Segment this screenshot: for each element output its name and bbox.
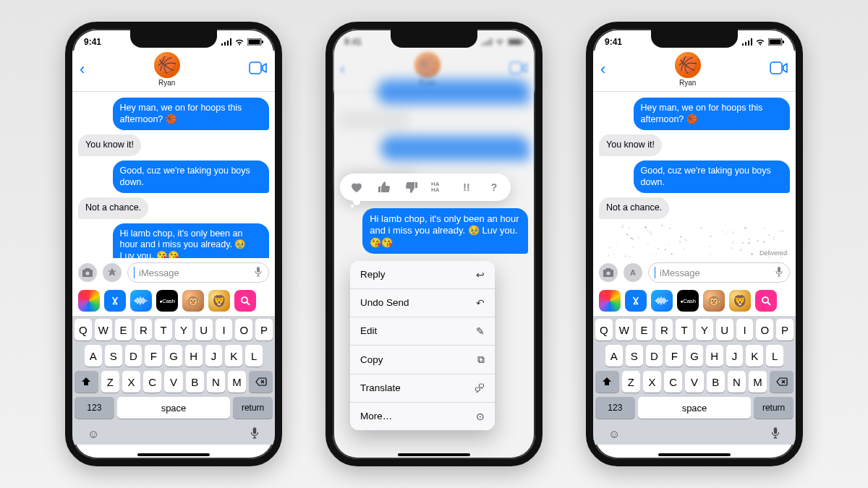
memoji-sticker-app-icon[interactable]: 🦁	[208, 290, 230, 312]
message-sent[interactable]: Good, cuz we're taking you boys down.	[113, 160, 269, 193]
context-menu-more[interactable]: More…⊙	[350, 403, 495, 430]
back-button[interactable]: ‹	[600, 60, 605, 79]
apple-cash-app-icon[interactable]: ●Cash	[677, 290, 699, 312]
tapback-haha-icon[interactable]: HA HA	[431, 179, 447, 195]
app-store-app-icon[interactable]	[104, 290, 126, 312]
message-sent[interactable]: Hi lamb chop, it's only been an hour and…	[113, 223, 269, 258]
app-store-app-icon[interactable]	[625, 290, 647, 312]
key-q[interactable]: Q	[595, 319, 613, 341]
key-h[interactable]: H	[706, 345, 723, 367]
key-shift[interactable]	[75, 371, 98, 393]
key-s[interactable]: S	[105, 345, 122, 367]
key-n[interactable]: N	[728, 371, 746, 393]
key-w[interactable]: W	[95, 319, 112, 341]
key-j[interactable]: J	[726, 345, 744, 367]
key-z[interactable]: Z	[101, 371, 119, 393]
key-c[interactable]: C	[664, 371, 682, 393]
camera-button[interactable]	[599, 263, 618, 282]
key-m[interactable]: M	[228, 371, 246, 393]
context-menu-reply[interactable]: Reply↩︎	[350, 261, 495, 289]
key-j[interactable]: J	[205, 345, 223, 367]
facetime-button[interactable]	[770, 61, 788, 77]
photos-app-icon[interactable]	[599, 290, 621, 312]
message-input[interactable]: iMessage	[127, 262, 269, 283]
message-sent[interactable]: Good, cuz we're taking you boys down.	[634, 160, 790, 193]
context-menu-translate[interactable]: Translate🗪	[350, 374, 495, 403]
key-a[interactable]: A	[85, 345, 102, 367]
home-indicator[interactable]	[658, 453, 731, 456]
key-backspace[interactable]	[770, 371, 793, 393]
emoji-keyboard-button[interactable]: ☺	[88, 428, 99, 441]
contact-button[interactable]: 🏀 Ryan	[675, 52, 701, 87]
camera-button[interactable]	[78, 263, 97, 282]
key-numbers[interactable]: 123	[75, 397, 114, 419]
key-x[interactable]: X	[643, 371, 661, 393]
key-u[interactable]: U	[195, 319, 213, 341]
home-indicator[interactable]	[137, 453, 210, 456]
photos-app-icon[interactable]	[78, 290, 100, 312]
key-return[interactable]: return	[754, 397, 793, 419]
key-d[interactable]: D	[646, 345, 663, 367]
key-r[interactable]: R	[655, 319, 673, 341]
message-thread[interactable]: Hey man, we on for hoops this afternoon?…	[593, 92, 796, 258]
key-p[interactable]: P	[776, 319, 793, 341]
context-menu-edit[interactable]: Edit✎	[350, 317, 495, 346]
memoji-sticker-app-icon[interactable]: 🦁	[729, 290, 751, 312]
audio-messages-app-icon[interactable]	[130, 290, 152, 312]
dictation-keyboard-button[interactable]	[770, 427, 780, 442]
tapback-exclamation-icon[interactable]: !!	[459, 179, 475, 195]
context-menu-undo-send[interactable]: Undo Send↶	[350, 289, 495, 317]
memoji-app-icon[interactable]: 🐵	[182, 290, 204, 312]
key-r[interactable]: R	[135, 319, 152, 341]
key-shift[interactable]	[595, 371, 619, 393]
context-menu-copy[interactable]: Copy⧉	[350, 346, 495, 374]
key-l[interactable]: L	[245, 345, 263, 367]
key-l[interactable]: L	[766, 345, 783, 367]
key-n[interactable]: N	[207, 371, 225, 393]
key-o[interactable]: O	[235, 319, 252, 341]
back-button[interactable]: ‹	[80, 60, 85, 79]
key-c[interactable]: C	[143, 371, 161, 393]
key-space[interactable]: space	[117, 397, 230, 419]
key-b[interactable]: B	[186, 371, 204, 393]
tapback-thumbs-up-icon[interactable]	[376, 179, 392, 195]
key-backspace[interactable]	[249, 371, 273, 393]
emoji-keyboard-button[interactable]: ☺	[608, 428, 620, 441]
audio-messages-app-icon[interactable]	[651, 290, 673, 312]
search-images-app-icon[interactable]	[755, 290, 777, 312]
message-input[interactable]: iMessage	[648, 262, 790, 283]
key-z[interactable]: Z	[622, 371, 640, 393]
message-sent[interactable]: Hey man, we on for hoops this afternoon?…	[113, 98, 269, 130]
key-o[interactable]: O	[756, 319, 773, 341]
app-store-button[interactable]: A	[624, 263, 642, 282]
key-p[interactable]: P	[255, 319, 273, 341]
key-a[interactable]: A	[605, 345, 623, 367]
tapback-heart-icon[interactable]	[349, 179, 365, 195]
app-store-button[interactable]: A	[103, 263, 122, 282]
key-b[interactable]: B	[707, 371, 725, 393]
key-m[interactable]: M	[749, 371, 767, 393]
key-t[interactable]: T	[155, 319, 172, 341]
key-q[interactable]: Q	[75, 319, 92, 341]
dictation-keyboard-button[interactable]	[250, 427, 260, 442]
key-s[interactable]: S	[626, 345, 643, 367]
contact-button[interactable]: 🏀 Ryan	[154, 52, 180, 87]
dictation-button[interactable]	[775, 266, 783, 280]
key-return[interactable]: return	[233, 397, 273, 419]
memoji-app-icon[interactable]: 🐵	[703, 290, 725, 312]
key-y[interactable]: Y	[175, 319, 192, 341]
key-i[interactable]: I	[216, 319, 233, 341]
facetime-button[interactable]	[249, 61, 268, 77]
key-e[interactable]: E	[636, 319, 653, 341]
message-received[interactable]: You know it!	[599, 134, 662, 156]
message-received[interactable]: Not a chance.	[78, 197, 148, 219]
message-thread[interactable]: Hey man, we on for hoops this afternoon?…	[72, 92, 275, 258]
key-h[interactable]: H	[185, 345, 203, 367]
message-sent[interactable]: Hey man, we on for hoops this afternoon?…	[634, 98, 790, 130]
key-f[interactable]: F	[145, 345, 162, 367]
key-i[interactable]: I	[736, 319, 754, 341]
key-e[interactable]: E	[115, 319, 132, 341]
key-g[interactable]: G	[165, 345, 182, 367]
key-g[interactable]: G	[686, 345, 703, 367]
key-v[interactable]: V	[685, 371, 703, 393]
